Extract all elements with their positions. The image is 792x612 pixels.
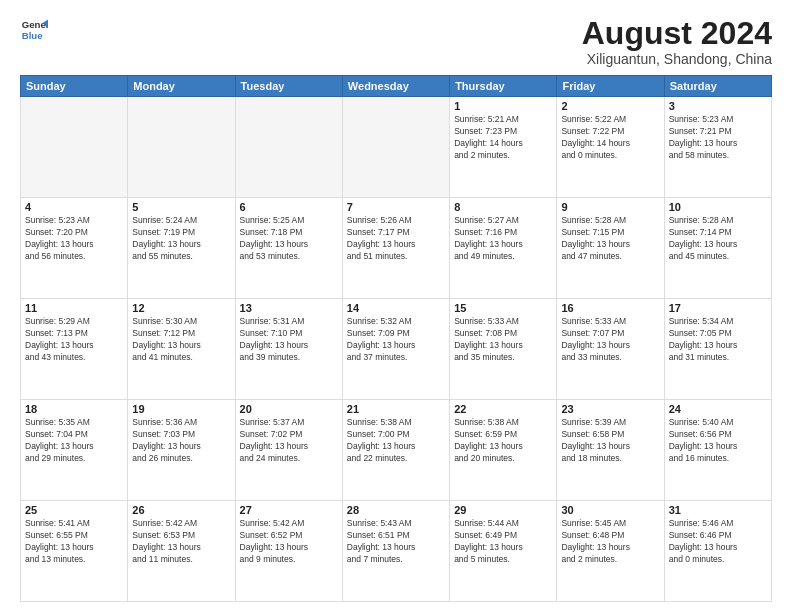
- table-cell: [128, 97, 235, 198]
- week-row-3: 11Sunrise: 5:29 AM Sunset: 7:13 PM Dayli…: [21, 299, 772, 400]
- title-block: August 2024 Xiliguantun, Shandong, China: [582, 16, 772, 67]
- day-number: 25: [25, 504, 123, 516]
- day-number: 1: [454, 100, 552, 112]
- day-number: 5: [132, 201, 230, 213]
- header-thursday: Thursday: [450, 76, 557, 97]
- day-number: 7: [347, 201, 445, 213]
- header: General Blue August 2024 Xiliguantun, Sh…: [20, 16, 772, 67]
- table-cell: 6Sunrise: 5:25 AM Sunset: 7:18 PM Daylig…: [235, 198, 342, 299]
- day-info: Sunrise: 5:36 AM Sunset: 7:03 PM Dayligh…: [132, 417, 230, 465]
- calendar-title: August 2024: [582, 16, 772, 51]
- table-cell: 9Sunrise: 5:28 AM Sunset: 7:15 PM Daylig…: [557, 198, 664, 299]
- day-info: Sunrise: 5:41 AM Sunset: 6:55 PM Dayligh…: [25, 518, 123, 566]
- table-cell: 10Sunrise: 5:28 AM Sunset: 7:14 PM Dayli…: [664, 198, 771, 299]
- table-cell: 29Sunrise: 5:44 AM Sunset: 6:49 PM Dayli…: [450, 501, 557, 602]
- day-info: Sunrise: 5:44 AM Sunset: 6:49 PM Dayligh…: [454, 518, 552, 566]
- day-number: 23: [561, 403, 659, 415]
- day-number: 28: [347, 504, 445, 516]
- table-cell: [21, 97, 128, 198]
- day-info: Sunrise: 5:42 AM Sunset: 6:53 PM Dayligh…: [132, 518, 230, 566]
- day-info: Sunrise: 5:29 AM Sunset: 7:13 PM Dayligh…: [25, 316, 123, 364]
- day-number: 15: [454, 302, 552, 314]
- table-cell: 31Sunrise: 5:46 AM Sunset: 6:46 PM Dayli…: [664, 501, 771, 602]
- day-info: Sunrise: 5:30 AM Sunset: 7:12 PM Dayligh…: [132, 316, 230, 364]
- day-number: 22: [454, 403, 552, 415]
- table-cell: 1Sunrise: 5:21 AM Sunset: 7:23 PM Daylig…: [450, 97, 557, 198]
- day-info: Sunrise: 5:27 AM Sunset: 7:16 PM Dayligh…: [454, 215, 552, 263]
- table-cell: 8Sunrise: 5:27 AM Sunset: 7:16 PM Daylig…: [450, 198, 557, 299]
- day-number: 24: [669, 403, 767, 415]
- day-info: Sunrise: 5:35 AM Sunset: 7:04 PM Dayligh…: [25, 417, 123, 465]
- table-cell: 30Sunrise: 5:45 AM Sunset: 6:48 PM Dayli…: [557, 501, 664, 602]
- header-sunday: Sunday: [21, 76, 128, 97]
- week-row-2: 4Sunrise: 5:23 AM Sunset: 7:20 PM Daylig…: [21, 198, 772, 299]
- table-cell: 16Sunrise: 5:33 AM Sunset: 7:07 PM Dayli…: [557, 299, 664, 400]
- week-row-1: 1Sunrise: 5:21 AM Sunset: 7:23 PM Daylig…: [21, 97, 772, 198]
- day-number: 9: [561, 201, 659, 213]
- table-cell: 26Sunrise: 5:42 AM Sunset: 6:53 PM Dayli…: [128, 501, 235, 602]
- day-info: Sunrise: 5:37 AM Sunset: 7:02 PM Dayligh…: [240, 417, 338, 465]
- day-number: 21: [347, 403, 445, 415]
- table-cell: 14Sunrise: 5:32 AM Sunset: 7:09 PM Dayli…: [342, 299, 449, 400]
- calendar-subtitle: Xiliguantun, Shandong, China: [582, 51, 772, 67]
- table-cell: 7Sunrise: 5:26 AM Sunset: 7:17 PM Daylig…: [342, 198, 449, 299]
- day-number: 17: [669, 302, 767, 314]
- table-cell: 15Sunrise: 5:33 AM Sunset: 7:08 PM Dayli…: [450, 299, 557, 400]
- day-info: Sunrise: 5:33 AM Sunset: 7:07 PM Dayligh…: [561, 316, 659, 364]
- day-info: Sunrise: 5:34 AM Sunset: 7:05 PM Dayligh…: [669, 316, 767, 364]
- table-cell: 18Sunrise: 5:35 AM Sunset: 7:04 PM Dayli…: [21, 400, 128, 501]
- table-cell: 28Sunrise: 5:43 AM Sunset: 6:51 PM Dayli…: [342, 501, 449, 602]
- table-cell: 3Sunrise: 5:23 AM Sunset: 7:21 PM Daylig…: [664, 97, 771, 198]
- week-row-5: 25Sunrise: 5:41 AM Sunset: 6:55 PM Dayli…: [21, 501, 772, 602]
- table-cell: 11Sunrise: 5:29 AM Sunset: 7:13 PM Dayli…: [21, 299, 128, 400]
- header-friday: Friday: [557, 76, 664, 97]
- day-info: Sunrise: 5:31 AM Sunset: 7:10 PM Dayligh…: [240, 316, 338, 364]
- day-info: Sunrise: 5:23 AM Sunset: 7:21 PM Dayligh…: [669, 114, 767, 162]
- day-number: 3: [669, 100, 767, 112]
- table-cell: 2Sunrise: 5:22 AM Sunset: 7:22 PM Daylig…: [557, 97, 664, 198]
- day-number: 8: [454, 201, 552, 213]
- day-number: 14: [347, 302, 445, 314]
- day-info: Sunrise: 5:28 AM Sunset: 7:15 PM Dayligh…: [561, 215, 659, 263]
- day-number: 29: [454, 504, 552, 516]
- day-info: Sunrise: 5:25 AM Sunset: 7:18 PM Dayligh…: [240, 215, 338, 263]
- day-number: 26: [132, 504, 230, 516]
- day-number: 13: [240, 302, 338, 314]
- day-info: Sunrise: 5:40 AM Sunset: 6:56 PM Dayligh…: [669, 417, 767, 465]
- table-cell: 12Sunrise: 5:30 AM Sunset: 7:12 PM Dayli…: [128, 299, 235, 400]
- day-number: 11: [25, 302, 123, 314]
- day-number: 16: [561, 302, 659, 314]
- day-info: Sunrise: 5:32 AM Sunset: 7:09 PM Dayligh…: [347, 316, 445, 364]
- day-number: 12: [132, 302, 230, 314]
- day-info: Sunrise: 5:23 AM Sunset: 7:20 PM Dayligh…: [25, 215, 123, 263]
- day-number: 19: [132, 403, 230, 415]
- day-info: Sunrise: 5:26 AM Sunset: 7:17 PM Dayligh…: [347, 215, 445, 263]
- table-cell: [342, 97, 449, 198]
- day-info: Sunrise: 5:38 AM Sunset: 7:00 PM Dayligh…: [347, 417, 445, 465]
- table-cell: 13Sunrise: 5:31 AM Sunset: 7:10 PM Dayli…: [235, 299, 342, 400]
- table-cell: 5Sunrise: 5:24 AM Sunset: 7:19 PM Daylig…: [128, 198, 235, 299]
- day-info: Sunrise: 5:24 AM Sunset: 7:19 PM Dayligh…: [132, 215, 230, 263]
- logo-icon: General Blue: [20, 16, 48, 44]
- day-number: 30: [561, 504, 659, 516]
- day-number: 10: [669, 201, 767, 213]
- day-info: Sunrise: 5:45 AM Sunset: 6:48 PM Dayligh…: [561, 518, 659, 566]
- header-wednesday: Wednesday: [342, 76, 449, 97]
- day-number: 31: [669, 504, 767, 516]
- day-info: Sunrise: 5:38 AM Sunset: 6:59 PM Dayligh…: [454, 417, 552, 465]
- table-cell: [235, 97, 342, 198]
- svg-text:Blue: Blue: [22, 30, 43, 41]
- table-cell: 20Sunrise: 5:37 AM Sunset: 7:02 PM Dayli…: [235, 400, 342, 501]
- table-cell: 25Sunrise: 5:41 AM Sunset: 6:55 PM Dayli…: [21, 501, 128, 602]
- header-monday: Monday: [128, 76, 235, 97]
- table-cell: 21Sunrise: 5:38 AM Sunset: 7:00 PM Dayli…: [342, 400, 449, 501]
- table-cell: 27Sunrise: 5:42 AM Sunset: 6:52 PM Dayli…: [235, 501, 342, 602]
- day-number: 6: [240, 201, 338, 213]
- day-info: Sunrise: 5:46 AM Sunset: 6:46 PM Dayligh…: [669, 518, 767, 566]
- table-cell: 23Sunrise: 5:39 AM Sunset: 6:58 PM Dayli…: [557, 400, 664, 501]
- table-cell: 22Sunrise: 5:38 AM Sunset: 6:59 PM Dayli…: [450, 400, 557, 501]
- table-cell: 4Sunrise: 5:23 AM Sunset: 7:20 PM Daylig…: [21, 198, 128, 299]
- calendar-table: Sunday Monday Tuesday Wednesday Thursday…: [20, 75, 772, 602]
- day-info: Sunrise: 5:42 AM Sunset: 6:52 PM Dayligh…: [240, 518, 338, 566]
- day-info: Sunrise: 5:43 AM Sunset: 6:51 PM Dayligh…: [347, 518, 445, 566]
